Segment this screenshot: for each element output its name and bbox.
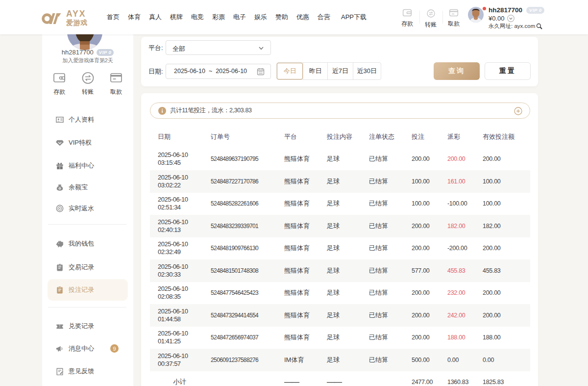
svg-text:爱游戏: 爱游戏 xyxy=(66,19,88,26)
svg-text:AYX: AYX xyxy=(66,9,86,19)
